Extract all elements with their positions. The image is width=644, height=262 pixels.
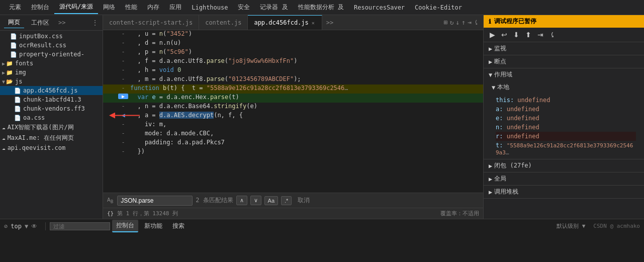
tree-item-oa-css[interactable]: 📄 oa.css <box>0 113 103 122</box>
search-toggle-icon[interactable]: AB <box>107 197 113 204</box>
watch-section: ▶ 监视 <box>484 42 644 55</box>
bottom-tab-search[interactable]: 搜索 <box>168 220 189 232</box>
closure-arrow-icon: ▶ <box>489 162 492 169</box>
tree-item-inputbox-css[interactable]: 📄 inputBox.css <box>0 32 103 41</box>
file-tree-more-btn[interactable]: >> <box>58 19 65 26</box>
menu-item-sources[interactable]: 源代码/来源 <box>54 1 98 14</box>
tree-item-chunk-vendors[interactable]: 📄 chunk-vendors.ff3 <box>0 104 103 113</box>
bottom-tab-new-features[interactable]: 新功能 <box>140 220 166 232</box>
tree-item-js[interactable]: ▼ 📂 js <box>0 77 103 86</box>
step-out-btn[interactable]: ⬆ <box>523 30 533 40</box>
resume-btn[interactable]: ▶ <box>488 30 497 40</box>
find-cancel-btn[interactable]: 取消 <box>295 195 313 206</box>
file-tree-panel: 网页 工作区 >> ⋮ 📄 inputBox.css 📄 ocrResult.c… <box>0 15 103 219</box>
eye-icon[interactable]: 👁 <box>31 223 37 230</box>
menu-item-console[interactable]: 控制台 <box>26 1 54 14</box>
step-into-btn[interactable]: ⬇ <box>511 30 521 40</box>
line-gutter[interactable]: - <box>118 57 128 64</box>
forward-icon[interactable]: ⇥ <box>468 19 472 26</box>
context-dropdown-icon[interactable]: ▼ <box>25 223 28 230</box>
line-gutter[interactable]: - <box>118 148 128 154</box>
local-scope-header[interactable]: ▼ 本地 <box>488 81 644 94</box>
line-gutter[interactable]: - <box>118 139 128 145</box>
tree-item-label: MaxAI.me: 在任何网页 <box>8 134 74 142</box>
folder-arrow-icon: ▼ <box>2 79 5 84</box>
tree-item-aix[interactable]: ☁ AIX智能下载器(图片/网 <box>0 122 103 133</box>
line-gutter[interactable]: - <box>118 130 128 136</box>
find-regex-btn[interactable]: .* <box>281 196 292 205</box>
line-gutter[interactable]: - <box>118 103 128 109</box>
scope-section-header[interactable]: ▼ 作用域 <box>484 68 644 81</box>
scope-label: 作用域 <box>494 70 512 79</box>
deactivate-btn[interactable]: ⤹ <box>547 30 558 40</box>
file-icon: 📄 <box>14 97 21 103</box>
find-matchcase-btn[interactable]: Aa <box>264 196 278 205</box>
step-btn[interactable]: ⇥ <box>535 30 545 40</box>
callstack-section-header[interactable]: ▶ 调用堆栈 <box>484 186 644 198</box>
download-icon[interactable]: ↓ <box>456 19 460 26</box>
tree-item-chunk1[interactable]: 📄 chunk-1abcfd41.3 <box>0 95 103 104</box>
step-over-btn[interactable]: ↩ <box>499 30 509 40</box>
tab-close-btn[interactable]: ✕ <box>311 20 316 26</box>
line-gutter[interactable]: - <box>118 39 128 46</box>
format-icon[interactable]: ⊞ <box>444 19 448 26</box>
tree-item-api[interactable]: ☁ api.qeevisit.com <box>0 143 103 152</box>
menu-item-security[interactable]: 安全 <box>233 1 255 14</box>
menu-item-performance[interactable]: 性能 <box>120 1 142 14</box>
up-icon[interactable]: ↑ <box>462 19 466 26</box>
bottom-tab-console[interactable]: 控制台 <box>112 220 138 232</box>
line-gutter-exec[interactable]: ▶ <box>118 94 128 99</box>
default-level[interactable]: 默认级别 ▼ <box>557 222 585 230</box>
line-gutter[interactable]: - <box>118 84 128 91</box>
find-next-btn[interactable]: ∨ <box>250 196 261 205</box>
context-selector[interactable]: top <box>11 223 22 230</box>
info-icon: ℹ <box>489 18 491 25</box>
tab-app-dc456fcd[interactable]: app.dc456fcd.js ✕ <box>248 15 322 30</box>
line-content: , f = d.a.enc.Utf8.parse("jo8j9wGw%6Hbxf… <box>128 57 483 64</box>
tab-overflow-btn[interactable]: >> <box>322 17 337 28</box>
tree-item-img[interactable]: ▶ 📁 img <box>0 68 103 77</box>
code-editor[interactable]: - , u = n("3452") - , d = n.n(u) - , p =… <box>103 30 483 193</box>
menu-item-cookie-editor[interactable]: Cookie-Editor <box>410 2 467 13</box>
tree-item-ocrresult-css[interactable]: 📄 ocrResult.css <box>0 41 103 50</box>
line-gutter[interactable]: - <box>118 66 128 73</box>
find-prev-btn[interactable]: ∧ <box>236 196 247 205</box>
menu-item-recorder[interactable]: 记录器 及 <box>255 1 293 14</box>
file-tree-tab-workspace[interactable]: 工作区 <box>27 18 53 28</box>
tree-item-app-js[interactable]: 📄 app.dc456fcd.js <box>0 86 103 95</box>
line-gutter[interactable]: - <box>118 48 128 55</box>
closure-section-header[interactable]: ▶ 闭包 (27fe) <box>484 159 644 172</box>
tree-item-maxai[interactable]: ☁ MaxAI.me: 在任何网页 <box>0 133 103 143</box>
breakpoints-section-header[interactable]: ▶ 断点 <box>484 55 644 68</box>
divider <box>45 222 46 230</box>
refresh-icon[interactable]: ↻ <box>450 19 454 26</box>
menu-item-elements[interactable]: 元素 <box>4 1 26 14</box>
callstack-label: 调用堆栈 <box>494 188 518 196</box>
line-gutter[interactable]: - <box>118 30 128 37</box>
line-gutter[interactable]: - <box>118 121 128 127</box>
tree-item-label: js <box>15 78 22 85</box>
tab-content-script-start[interactable]: content-script-start.js <box>103 15 199 30</box>
tree-item-property-oriented[interactable]: 📄 property-oriented- <box>0 50 103 59</box>
no-entry-icon[interactable]: ⊘ <box>4 223 8 230</box>
tab-content-js[interactable]: content.js <box>199 15 248 30</box>
console-filter-input[interactable] <box>50 222 110 230</box>
back-icon[interactable]: ⤹ <box>474 19 479 26</box>
file-tree-menu-btn[interactable]: ⋮ <box>91 19 99 27</box>
global-section-header[interactable]: ▶ 全局 <box>484 172 644 185</box>
menu-item-lighthouse[interactable]: Lighthouse <box>187 2 233 13</box>
menu-item-application[interactable]: 应用 <box>164 1 187 14</box>
tree-item-fonts[interactable]: ▶ 📁 fonts <box>0 59 103 68</box>
watch-section-header[interactable]: ▶ 监视 <box>484 42 644 55</box>
line-gutter[interactable]: - <box>118 75 128 82</box>
menu-item-resources-saver[interactable]: ResourcesSaver <box>349 2 410 13</box>
line-gutter-breakpoint[interactable]: ◀ <box>118 112 128 119</box>
breakpoints-label: 断点 <box>494 57 506 66</box>
code-line-exec: ▶ var e = d.a.enc.Hex.parse(t) <box>103 94 483 103</box>
file-tree-tab-webpage[interactable]: 网页 <box>4 17 24 28</box>
tab-label: content.js <box>205 19 241 26</box>
menu-item-memory[interactable]: 内存 <box>142 1 164 14</box>
menu-item-network[interactable]: 网络 <box>98 1 120 14</box>
menu-item-perf-insights[interactable]: 性能数据分析 及 <box>293 1 349 14</box>
find-input[interactable] <box>117 196 193 206</box>
